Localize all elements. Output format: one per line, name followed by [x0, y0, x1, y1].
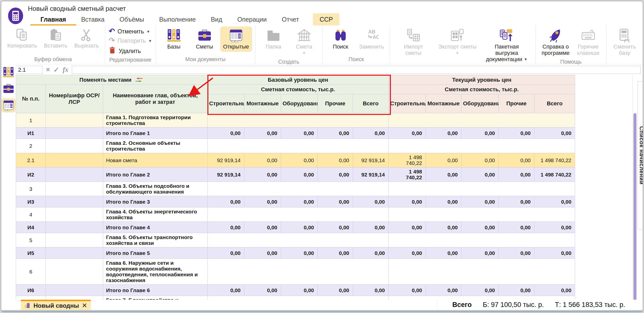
cell-current-2[interactable]: 0,00: [462, 127, 499, 139]
row-current-empty[interactable]: [389, 207, 575, 222]
cell-current-1[interactable]: 0,00: [426, 247, 462, 259]
cell-current-0[interactable]: 0,00: [389, 247, 426, 259]
column-header-base-total[interactable]: Всего: [353, 94, 389, 113]
tab-выполнение[interactable]: Выполнение: [158, 13, 197, 26]
cell-base-4[interactable]: 92 919,14: [353, 153, 389, 167]
cell-base-1[interactable]: 0,00: [244, 196, 281, 207]
row-code[interactable]: [46, 127, 103, 139]
row-code[interactable]: [46, 139, 103, 153]
document-tab[interactable]: Новый сводный ... ✕: [21, 300, 91, 310]
cell-current-2[interactable]: 0,00: [462, 222, 499, 233]
row-name[interactable]: Итого по Главе 2: [103, 167, 208, 182]
cell-current-1[interactable]: 0,00: [426, 285, 462, 296]
cell-base-2[interactable]: 0,00: [281, 285, 318, 296]
cell-base-1[interactable]: 0,00: [244, 285, 281, 296]
cell-current-4[interactable]: 1 498 740,22: [534, 167, 575, 182]
row-num[interactable]: 1: [16, 113, 46, 127]
cell-base-1[interactable]: 0,00: [244, 153, 281, 167]
cell-current-0[interactable]: 0,00: [389, 196, 426, 207]
column-header-name[interactable]: Наименование глав, объектов, работ и зат…: [103, 85, 208, 113]
cell-current-3[interactable]: 0,00: [499, 222, 534, 233]
rocket-button[interactable]: Справка о программе: [539, 27, 572, 58]
row-code[interactable]: [46, 182, 103, 196]
row-code[interactable]: [46, 247, 103, 259]
cell-current-1[interactable]: 0,00: [426, 153, 462, 167]
cell-base-2[interactable]: 0,00: [281, 196, 318, 207]
sidebar-open-documents-button[interactable]: [2, 99, 15, 112]
table-row-6[interactable]: 6Глава 6. Наружные сети и сооружения вод…: [16, 259, 575, 285]
row-code[interactable]: [46, 153, 103, 167]
row-code[interactable]: [46, 167, 103, 182]
cell-base-0[interactable]: 0,00: [208, 196, 244, 207]
swap-columns-header[interactable]: Поменять местами: [16, 75, 208, 85]
row-name[interactable]: Глава 6. Наружные сети и сооружения водо…: [103, 259, 208, 285]
cell-current-4[interactable]: 0,00: [534, 285, 575, 296]
column-header-code[interactable]: Номер/шифр ОСР/ЛСР: [46, 85, 103, 113]
cell-base-3[interactable]: 0,00: [318, 247, 353, 259]
row-name[interactable]: Итого по Главе 3: [103, 196, 208, 207]
row-base-empty[interactable]: [208, 113, 389, 127]
cell-base-1[interactable]: 0,00: [244, 167, 281, 182]
cell-base-1[interactable]: 0,00: [244, 247, 281, 259]
cell-current-2[interactable]: 0,00: [462, 196, 499, 207]
column-header-current-construction[interactable]: Строительные: [389, 94, 426, 113]
binoculars-button[interactable]: Поиск: [326, 27, 355, 51]
row-num[interactable]: 5: [16, 233, 46, 247]
cell-base-2[interactable]: 0,00: [281, 247, 318, 259]
batch-upload-button[interactable]: Пакетная выгрузка документации ▼: [482, 27, 532, 64]
cell-current-2[interactable]: 0,00: [462, 153, 499, 167]
cell-current-3[interactable]: 0,00: [499, 127, 534, 139]
cell-current-0[interactable]: 0,00: [389, 222, 426, 233]
column-header-current-installation[interactable]: Монтажные: [426, 94, 462, 113]
cell-base-2[interactable]: 0,00: [281, 127, 318, 139]
column-header-base-other[interactable]: Прочие: [318, 94, 353, 113]
cell-base-4[interactable]: 92 919,14: [353, 167, 389, 182]
cell-base-0[interactable]: 0,00: [208, 222, 244, 233]
row-code[interactable]: [46, 259, 103, 285]
sidebar-estimates-button[interactable]: [2, 82, 15, 95]
cell-current-2[interactable]: 0,00: [462, 247, 499, 259]
row-name[interactable]: Глава 4. Объекты энергетического хозяйст…: [103, 207, 208, 222]
table-row-И1[interactable]: И1Итого по Главе 10,000,000,000,000,000,…: [16, 127, 575, 139]
briefcase-button[interactable]: Сметы: [190, 27, 219, 51]
table-row-3[interactable]: 3Глава 3. Объекты подсобного и обслужива…: [16, 182, 575, 196]
row-code[interactable]: [46, 285, 103, 296]
cell-base-4[interactable]: 0,00: [353, 127, 389, 139]
cell-base-4[interactable]: 0,00: [353, 196, 389, 207]
vertical-scrollbar[interactable]: [633, 113, 636, 302]
cell-current-1[interactable]: 0,00: [426, 196, 462, 207]
cell-current-3[interactable]: 0,00: [499, 167, 534, 182]
tab-отчет[interactable]: Отчет: [281, 13, 300, 26]
row-base-empty[interactable]: [208, 207, 389, 222]
row-code[interactable]: [46, 196, 103, 207]
fx-icon[interactable]: fx: [63, 66, 68, 74]
table-row-И2[interactable]: И2Итого по Главе 292 919,140,000,000,009…: [16, 167, 575, 182]
row-num[interactable]: 4: [16, 207, 46, 222]
confirm-icon[interactable]: ✓: [54, 66, 59, 74]
tab-главная[interactable]: Главная: [39, 13, 67, 26]
row-num[interactable]: 6: [16, 259, 46, 285]
cell-base-4[interactable]: 0,00: [353, 247, 389, 259]
row-current-empty[interactable]: [389, 182, 575, 196]
row-base-empty[interactable]: [208, 139, 389, 153]
column-header-num[interactable]: № п.п.: [16, 85, 46, 113]
sidebar-bases-button[interactable]: [2, 66, 15, 79]
cell-base-3[interactable]: 0,00: [318, 285, 353, 296]
row-num[interactable]: И5: [16, 247, 46, 259]
row-code[interactable]: [46, 113, 103, 127]
cell-base-4[interactable]: 0,00: [353, 222, 389, 233]
row-base-empty[interactable]: [208, 182, 389, 196]
row-name[interactable]: Итого по Главе 4: [103, 222, 208, 233]
cell-base-0[interactable]: 0,00: [208, 285, 244, 296]
cell-current-3[interactable]: 0,00: [499, 247, 534, 259]
table-row-4[interactable]: 4Глава 4. Объекты энергетического хозяйс…: [16, 207, 575, 222]
cell-base-1[interactable]: 0,00: [244, 222, 281, 233]
cell-current-0[interactable]: 0,00: [389, 127, 426, 139]
row-code[interactable]: [46, 233, 103, 247]
row-current-empty[interactable]: [389, 139, 575, 153]
row-name[interactable]: Итого по Главе 5: [103, 247, 208, 259]
undo-button[interactable]: ↶Отменить▼: [109, 28, 150, 35]
cell-current-4[interactable]: 0,00: [534, 247, 575, 259]
cell-current-4[interactable]: 0,00: [534, 222, 575, 233]
column-header-base-construction[interactable]: Строительные: [208, 94, 244, 113]
